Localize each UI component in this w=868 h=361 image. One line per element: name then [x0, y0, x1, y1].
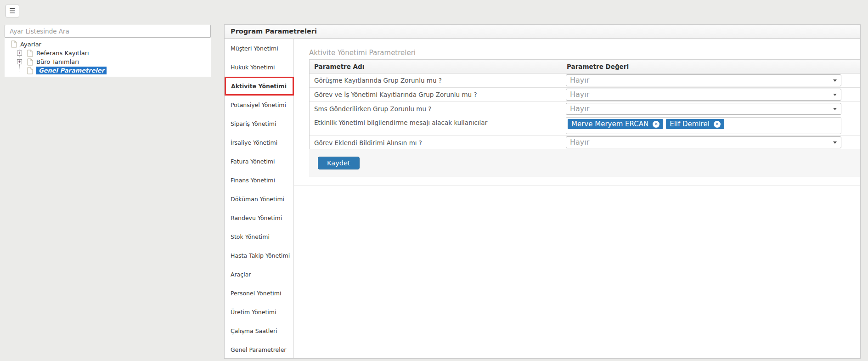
users-tag-input[interactable]: Merve Meryem ERCAN✕Elif Demirel✕: [566, 117, 841, 134]
search-input[interactable]: [5, 25, 211, 38]
column-header-parameter-name: Parametre Adı: [310, 63, 563, 70]
table-row: Sms Gönderilirken Grup Zorunlu mu ?Hayır: [310, 102, 860, 116]
tree-node-label: Genel Parametreler: [36, 67, 107, 74]
program-parameters-panel: Program Parametreleri Müşteri YönetimiHu…: [224, 24, 861, 359]
parameter-name: Görev Eklendi Bildirimi Alınsın mı ?: [310, 135, 563, 150]
tab-genel-parametreler[interactable]: Genel Parametreler: [225, 340, 293, 359]
value-dropdown[interactable]: Hayır: [566, 89, 841, 101]
chevron-down-icon: [833, 94, 837, 96]
parameter-value-cell: Merve Meryem ERCAN✕Elif Demirel✕: [563, 116, 860, 135]
content-divider: [294, 186, 860, 186]
save-button[interactable]: Kaydet: [318, 157, 360, 169]
tree-node-label: Büro Tanımları: [36, 58, 79, 65]
parameter-name: Etkinlik Yönetimi bilgilendirme mesajı a…: [310, 116, 563, 135]
tab-randevu-y-netimi[interactable]: Randevu Yönetimi: [225, 209, 293, 227]
parameters-table: Parametre Adı Parametre Değeri Görüşme K…: [309, 59, 860, 150]
column-header-parameter-value: Parametre Değeri: [563, 63, 629, 70]
value-dropdown[interactable]: Hayır: [566, 103, 841, 115]
parameter-name: Görüşme Kayıtlarında Grup Zorunlu mu ?: [310, 73, 563, 87]
settings-tree: Ayarlar +Referans Kayıtları+Büro Tanımla…: [5, 38, 211, 77]
document-icon: [27, 50, 33, 57]
document-icon: [11, 40, 17, 48]
expand-plus-icon[interactable]: +: [17, 59, 22, 64]
parameter-value-cell: Hayır: [563, 102, 860, 116]
user-tag: Elif Demirel✕: [666, 119, 724, 129]
tab-ara-lar[interactable]: Araçlar: [225, 265, 293, 284]
parameter-value-cell: Hayır: [563, 135, 860, 150]
tab-d-k-man-y-netimi[interactable]: Döküman Yönetimi: [225, 190, 293, 209]
tab-hukuk-y-netimi[interactable]: Hukuk Yönetimi: [225, 58, 293, 77]
parameter-name: Sms Gönderilirken Grup Zorunlu mu ?: [310, 102, 563, 116]
user-tag: Merve Meryem ERCAN✕: [568, 119, 663, 129]
tab-finans-y-netimi[interactable]: Finans Yönetimi: [225, 171, 293, 190]
tree-children: +Referans Kayıtları+Büro TanımlarıGenel …: [5, 49, 211, 75]
tab-stok-y-netimi[interactable]: Stok Yönetimi: [225, 227, 293, 246]
panel-title: Program Parametreleri: [225, 25, 860, 39]
form-footer: Kaydet: [309, 149, 860, 177]
tree-root-node[interactable]: Ayarlar: [11, 40, 41, 48]
table-body: Görüşme Kayıtlarında Grup Zorunlu mu ?Ha…: [310, 73, 860, 150]
tab-list: Müşteri YönetimiHukuk YönetimiAktivite Y…: [225, 39, 293, 358]
tab-sipari-y-netimi[interactable]: Sipariş Yönetimi: [225, 114, 293, 133]
tab-aktivite-y-netimi[interactable]: Aktivite Yönetimi: [225, 77, 294, 96]
section-title: Aktivite Yönetimi Parametreleri: [309, 49, 416, 57]
remove-tag-icon[interactable]: ✕: [653, 121, 659, 128]
table-row: Görüşme Kayıtlarında Grup Zorunlu mu ?Ha…: [310, 73, 860, 88]
tab-fatura-y-netimi[interactable]: Fatura Yönetimi: [225, 152, 293, 171]
chevron-down-icon: [833, 141, 837, 144]
expand-plus-icon[interactable]: +: [17, 51, 22, 56]
tab-potansiyel-y-netimi[interactable]: Potansiyel Yönetimi: [225, 96, 293, 114]
tree-elbow-connector: [19, 66, 24, 70]
chevron-down-icon: [833, 108, 837, 110]
menu-button[interactable]: ☰: [6, 5, 19, 17]
table-row: Görev Eklendi Bildirimi Alınsın mı ?Hayı…: [310, 135, 860, 150]
tab-i-rsaliye-y-netimi[interactable]: İrsaliye Yönetimi: [225, 133, 293, 152]
parameter-name: Görev ve İş Yönetimi Kayıtlarında Grup Z…: [310, 88, 563, 102]
tree-node-label: Referans Kayıtları: [36, 50, 89, 56]
document-icon: [27, 58, 33, 66]
table-header-row: Parametre Adı Parametre Değeri: [310, 60, 860, 73]
table-row: Etkinlik Yönetimi bilgilendirme mesajı a…: [310, 116, 860, 135]
tree-root-label: Ayarlar: [20, 41, 41, 48]
table-row: Görev ve İş Yönetimi Kayıtlarında Grup Z…: [310, 88, 860, 102]
tree-node-genel-parametreler[interactable]: Genel Parametreler: [5, 66, 211, 75]
tab-al-ma-saatleri[interactable]: Çalışma Saatleri: [225, 322, 293, 340]
tree-node-b-ro-tan-mlar[interactable]: +Büro Tanımları: [5, 57, 211, 66]
tab-personel-y-netimi[interactable]: Personel Yönetimi: [225, 284, 293, 303]
remove-tag-icon[interactable]: ✕: [714, 121, 721, 128]
chevron-down-icon: [833, 79, 837, 82]
value-dropdown[interactable]: Hayır: [566, 136, 841, 148]
tab-m-teri-y-netimi[interactable]: Müşteri Yönetimi: [225, 39, 293, 58]
tab-hasta-takip-y-netimi[interactable]: Hasta Takip Yönetimi: [225, 246, 293, 265]
parameter-value-cell: Hayır: [563, 88, 860, 102]
value-dropdown[interactable]: Hayır: [566, 74, 841, 86]
tree-node-referans-kay-tlar[interactable]: +Referans Kayıtları: [5, 49, 211, 57]
parameter-value-cell: Hayır: [563, 73, 860, 87]
hamburger-icon: ☰: [9, 7, 15, 15]
tab-retim-y-netimi[interactable]: Üretim Yönetimi: [225, 303, 293, 322]
document-icon: [27, 67, 33, 74]
